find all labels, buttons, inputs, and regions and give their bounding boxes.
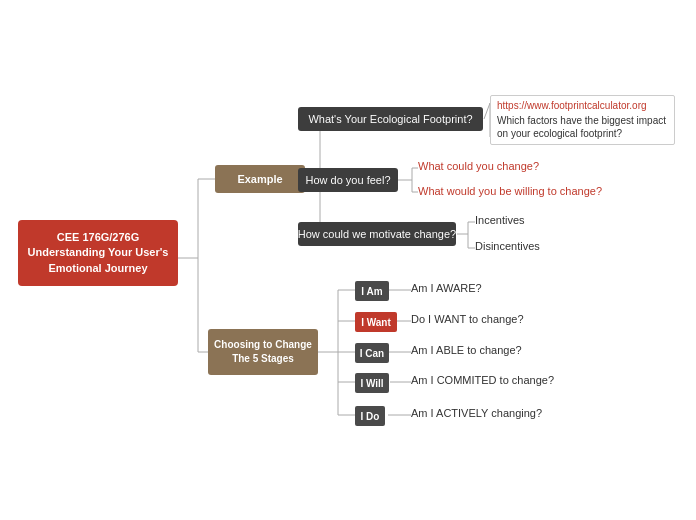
feel-label: How do you feel? bbox=[306, 174, 391, 186]
example-label: Example bbox=[237, 173, 282, 185]
i-am-node: I Am bbox=[355, 281, 389, 301]
footprint-node: What's Your Ecological Footprint? bbox=[298, 107, 483, 131]
what-change-node: What could you change? bbox=[418, 160, 539, 172]
i-do-node: I Do bbox=[355, 406, 385, 426]
root-line1: CEE 176G/276G bbox=[28, 230, 169, 245]
i-can-question: Am I ABLE to change? bbox=[411, 344, 522, 356]
i-do-question: Am I ACTIVELY changing? bbox=[411, 407, 542, 419]
root-line2: Understanding Your User's bbox=[28, 245, 169, 260]
i-want-node: I Want bbox=[355, 312, 397, 332]
disincentives-node: Disincentives bbox=[475, 240, 540, 252]
feel-node: How do you feel? bbox=[298, 168, 398, 192]
footprint-label: What's Your Ecological Footprint? bbox=[308, 113, 472, 125]
url-question: Which factors have the biggest impact on… bbox=[497, 114, 668, 140]
i-do-label: I Do bbox=[361, 411, 380, 422]
i-will-node: I Will bbox=[355, 373, 389, 393]
root-node: CEE 176G/276G Understanding Your User's … bbox=[18, 220, 178, 286]
root-line3: Emotional Journey bbox=[28, 261, 169, 276]
i-am-question: Am I AWARE? bbox=[411, 282, 482, 294]
motivate-label: How could we motivate change? bbox=[298, 228, 456, 240]
i-am-label: I Am bbox=[361, 286, 382, 297]
i-will-label: I Will bbox=[360, 378, 383, 389]
canvas: CEE 176G/276G Understanding Your User's … bbox=[0, 0, 696, 520]
i-will-question: Am I COMMITED to change? bbox=[411, 374, 554, 386]
choosing-line2: The 5 Stages bbox=[232, 352, 294, 366]
choosing-node: Choosing to Change The 5 Stages bbox=[208, 329, 318, 375]
i-can-node: I Can bbox=[355, 343, 389, 363]
i-want-question: Do I WANT to change? bbox=[411, 313, 524, 325]
url-box: https://www.footprintcalculator.org Whic… bbox=[490, 95, 675, 145]
i-can-label: I Can bbox=[360, 348, 384, 359]
willing-change-node: What would you be willing to change? bbox=[418, 185, 602, 197]
url-link[interactable]: https://www.footprintcalculator.org bbox=[497, 100, 668, 111]
incentives-node: Incentives bbox=[475, 214, 525, 226]
i-want-label: I Want bbox=[361, 317, 391, 328]
motivate-node: How could we motivate change? bbox=[298, 222, 456, 246]
choosing-line1: Choosing to Change bbox=[214, 338, 312, 352]
example-node: Example bbox=[215, 165, 305, 193]
